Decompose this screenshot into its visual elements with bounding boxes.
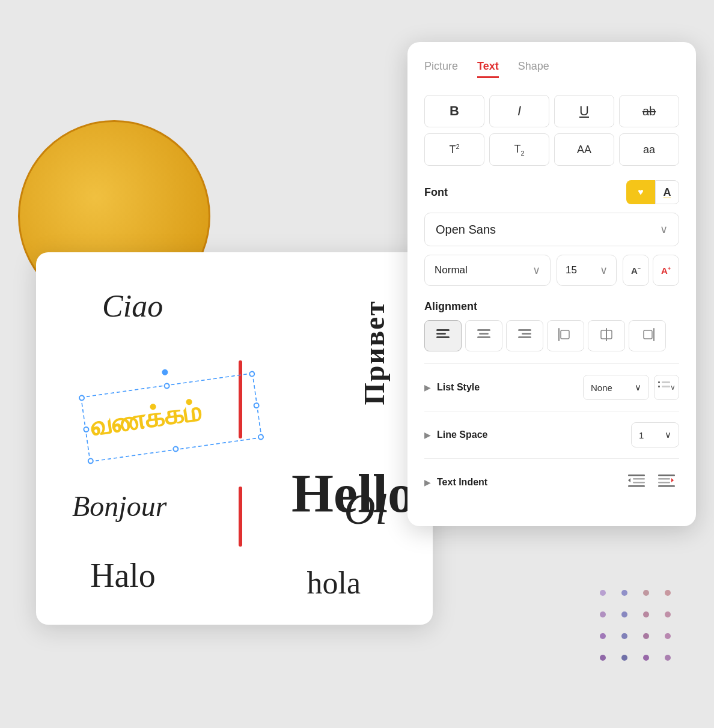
superscript-button[interactable]: T2 xyxy=(424,133,484,166)
svg-rect-24 xyxy=(658,475,675,476)
font-style-dropdown[interactable]: Normal ∨ xyxy=(424,255,551,286)
dot-decoration xyxy=(621,590,627,596)
indent-increase-button[interactable] xyxy=(654,470,679,495)
dot-decoration xyxy=(665,633,671,639)
line-space-right: 1 ∨ xyxy=(631,422,679,447)
line-space-left: ▶ Line Space xyxy=(424,429,487,440)
indent-left-icon xyxy=(628,475,645,491)
divider3 xyxy=(424,458,679,459)
line-space-label: Line Space xyxy=(437,429,487,440)
svg-rect-26 xyxy=(658,482,670,484)
text-indent-right xyxy=(624,470,679,495)
handle-tm[interactable] xyxy=(163,383,170,389)
line-space-row: ▶ Line Space 1 ∨ xyxy=(424,422,679,447)
dot-grid-decoration xyxy=(600,590,678,668)
dot-decoration xyxy=(665,611,671,617)
font-family-dropdown[interactable]: Open Sans ∨ xyxy=(424,213,679,246)
indent-decrease-button[interactable] xyxy=(624,470,649,495)
font-a-button[interactable]: A xyxy=(655,180,679,204)
line-space-dropdown[interactable]: 1 ∨ xyxy=(631,422,679,447)
svg-rect-18 xyxy=(662,386,670,387)
dot-decoration xyxy=(621,611,627,617)
handle-ml[interactable] xyxy=(83,426,90,432)
canvas-text-halo: Halo xyxy=(90,556,156,595)
align-left-button[interactable] xyxy=(424,320,462,351)
list-style-dropdown[interactable]: None ∨ xyxy=(583,375,649,400)
list-style-label: List Style xyxy=(437,382,480,393)
align-obj-right-button[interactable] xyxy=(629,320,666,351)
text-style-row2: T2 T2 AA aa xyxy=(424,133,679,166)
dot-decoration xyxy=(643,633,649,639)
text-indent-left: ▶ Text Indent xyxy=(424,477,487,488)
list-style-row: ▶ List Style None ∨ ∨ xyxy=(424,375,679,400)
list-style-arrow[interactable]: ▶ xyxy=(424,383,431,392)
subscript-button[interactable]: T2 xyxy=(489,133,549,166)
canvas-text-ol: Ol' xyxy=(344,485,397,535)
svg-rect-19 xyxy=(628,475,645,476)
handle-bl[interactable] xyxy=(87,458,94,464)
handle-rotate[interactable] xyxy=(162,369,168,375)
list-style-value: None xyxy=(591,383,612,393)
svg-rect-8 xyxy=(518,336,531,338)
canvas-text-hola: hola xyxy=(307,565,361,601)
underline-button[interactable]: U xyxy=(554,95,614,127)
svg-rect-2 xyxy=(436,336,450,338)
canvas-text-privet: Привет xyxy=(358,300,391,405)
chevron-down-icon4: ∨ xyxy=(635,382,641,393)
handle-mr[interactable] xyxy=(253,402,260,408)
svg-rect-13 xyxy=(653,328,654,341)
tab-shape[interactable]: Shape xyxy=(518,60,549,78)
font-size-dropdown[interactable]: 15 ∨ xyxy=(557,255,617,286)
svg-rect-9 xyxy=(558,328,560,341)
italic-button[interactable]: I xyxy=(489,95,549,127)
tab-picture[interactable]: Picture xyxy=(424,60,458,78)
tab-text[interactable]: Text xyxy=(477,60,499,78)
indent-right-icon xyxy=(658,475,675,491)
text-indent-arrow[interactable]: ▶ xyxy=(424,478,431,487)
handle-br[interactable] xyxy=(257,434,264,440)
svg-rect-10 xyxy=(561,330,569,339)
handle-tr[interactable] xyxy=(249,371,255,377)
align-obj-center-button[interactable] xyxy=(588,320,625,351)
red-accent-line2 xyxy=(239,487,242,547)
text-style-row1: B I U ab xyxy=(424,95,679,127)
color-swatch[interactable]: ♥ xyxy=(626,180,655,204)
dot-decoration xyxy=(600,611,606,617)
chevron-down-icon3: ∨ xyxy=(600,264,608,277)
chevron-down-icon6: ∨ xyxy=(665,429,671,440)
dot-decoration xyxy=(600,633,606,639)
handle-bm[interactable] xyxy=(172,446,179,452)
lowercase-button[interactable]: aa xyxy=(619,133,679,166)
font-color-picker[interactable]: ♥ A xyxy=(626,180,679,204)
align-obj-left-button[interactable] xyxy=(547,320,584,351)
dot-decoration xyxy=(643,590,649,596)
increase-font-size-button[interactable]: A+ xyxy=(653,255,679,286)
text-indent-label: Text Indent xyxy=(437,477,487,488)
list-style-icon-button[interactable]: ∨ xyxy=(654,375,679,400)
svg-rect-15 xyxy=(658,381,660,383)
strikethrough-button[interactable]: ab xyxy=(619,95,679,127)
svg-rect-21 xyxy=(633,482,645,484)
uppercase-button[interactable]: AA xyxy=(554,133,614,166)
chevron-down-icon: ∨ xyxy=(660,223,668,236)
dot-decoration xyxy=(665,590,671,596)
svg-rect-22 xyxy=(628,485,645,487)
dot-decoration xyxy=(665,655,671,661)
font-label: Font xyxy=(424,186,448,199)
font-size-buttons: A− A+ xyxy=(623,255,679,286)
svg-marker-23 xyxy=(628,478,630,482)
alignment-label: Alignment xyxy=(424,300,477,312)
align-center-button[interactable] xyxy=(465,320,502,351)
svg-rect-0 xyxy=(436,329,450,331)
font-style-value: Normal xyxy=(435,264,468,276)
line-space-arrow[interactable]: ▶ xyxy=(424,430,431,440)
align-right-button[interactable] xyxy=(506,320,543,351)
bold-button[interactable]: B xyxy=(424,95,484,127)
divider1 xyxy=(424,363,679,364)
properties-panel: Picture Text Shape B I U ab T2 T2 AA aa … xyxy=(407,42,696,526)
chevron-down-icon5: ∨ xyxy=(670,383,676,392)
font-family-value: Open Sans xyxy=(436,223,496,237)
decrease-font-size-button[interactable]: A− xyxy=(623,255,649,286)
font-size-row: Normal ∨ 15 ∨ A− A+ xyxy=(424,255,679,286)
handle-tl[interactable] xyxy=(78,395,85,401)
